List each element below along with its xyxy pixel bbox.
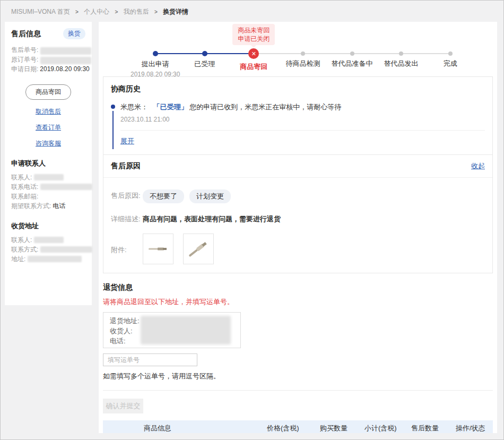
header-aftersales-qty: 售后数量 — [411, 424, 456, 433]
redacted-value — [34, 237, 64, 243]
attachments-row: 附件: — [111, 234, 485, 264]
return-status-button[interactable]: 商品寄回 — [25, 84, 71, 100]
recipient-name-field: 联系人: — [11, 236, 85, 245]
history-entry: 米思米： 「已受理」 您的申请已收到，米思米正在审核中，请耐心等待 2023.1… — [111, 102, 485, 152]
return-address-box: 退货地址: 收货人: 电话: — [103, 312, 241, 348]
exchange-detail-main: 提出申请 2019.08.20 09:30 已受理 商品未寄回 申请已关闭 ✕ … — [99, 22, 497, 433]
aftersales-info-panel: 售后信息 换货 售后单号: 原订单号: 申请日期:2019.08.20 09:3… — [5, 22, 92, 305]
tooltip-line: 商品未寄回 — [238, 26, 270, 34]
redacted-value — [40, 57, 91, 64]
history-status: 「已受理」 — [153, 103, 188, 111]
history-actor: 米思米： — [120, 103, 148, 111]
step-connector — [254, 53, 303, 54]
return-info-title: 退货信息 — [103, 283, 493, 292]
tap-tool-image — [186, 237, 211, 261]
history-timestamp: 2023.10.11 21:00 — [120, 116, 485, 123]
header-product-info: 商品信息 — [103, 424, 267, 433]
redacted-address-block — [141, 316, 231, 344]
timeline-line — [112, 111, 114, 149]
breadcrumb: MISUMI–VONA 首页 > 个人中心 > 我的售后 > 换货详情 — [1, 1, 503, 16]
breadcrumb-current-page: 换货详情 — [163, 8, 188, 15]
redacted-value — [40, 246, 92, 253]
tracking-number-input[interactable] — [103, 353, 197, 366]
tooltip-line: 申请已关闭 — [238, 34, 270, 43]
history-message: 您的申请已收到，米思米正在审核中，请耐心等待 — [189, 103, 341, 111]
table-header-row: 商品信息 价格(含税) 购买数量 小计(含税) 售后数量 操作/状态 — [103, 420, 493, 433]
step-pending-dot-icon — [399, 51, 403, 56]
confirm-submit-button[interactable]: 确认并提交 — [103, 399, 143, 413]
reason-tags-row: 售后原因: 不想要了 计划变更 — [111, 189, 485, 203]
contact-support-link[interactable]: 咨询客服 — [36, 140, 61, 147]
breadcrumb-separator-icon: > — [154, 9, 158, 15]
reason-detail-text: 商品有问题，表面处理有问题，需要进行退货 — [143, 213, 281, 224]
reason-tag: 计划变更 — [189, 189, 231, 203]
history-title: 协商历史 — [111, 84, 485, 94]
breadcrumb-home[interactable]: MISUMI–VONA 首页 — [11, 8, 70, 15]
redacted-value — [34, 174, 64, 180]
step-connector — [352, 53, 402, 54]
breadcrumb-separator-icon: > — [75, 9, 79, 15]
tracking-note: 如需填写多个运单号，请用逗号区隔。 — [103, 372, 493, 381]
breadcrumb-my-aftersales[interactable]: 我的售后 — [124, 8, 149, 15]
tap-tool-image — [146, 237, 170, 261]
contact-name-field: 联系人: — [11, 173, 85, 182]
preferred-contact-field: 期望联系方式:电话 — [11, 202, 85, 211]
panel-title: 售后信息 — [11, 29, 41, 39]
page-window: MISUMI–VONA 首页 > 个人中心 > 我的售后 > 换货详情 售后信息… — [0, 0, 504, 440]
step-done-dot-icon — [153, 51, 158, 56]
header-subtotal: 小计(含税) — [364, 424, 411, 433]
reason-title: 售后原因 — [111, 161, 141, 171]
redacted-value — [40, 47, 91, 55]
view-order-link[interactable]: 查看订单 — [36, 124, 61, 131]
reason-detail-row: 详细描述: 商品有问题，表面处理有问题，需要进行退货 — [111, 213, 485, 224]
step-connector — [303, 53, 352, 54]
attachment-thumbnail-2[interactable] — [183, 234, 214, 264]
shipping-address-section-title: 收货地址 — [11, 221, 85, 231]
divider — [103, 390, 493, 391]
breadcrumb-separator-icon: > — [115, 9, 118, 15]
step-connector — [155, 53, 205, 54]
redacted-value — [28, 256, 82, 262]
timeline-dot-icon — [111, 105, 115, 109]
history-divider — [120, 130, 485, 131]
header-purchase-qty: 购买数量 — [320, 424, 364, 433]
recipient-address-field: 地址: — [11, 255, 85, 264]
aftersales-number-field: 售后单号: — [11, 46, 85, 55]
header-action-status: 操作/状态 — [456, 424, 493, 433]
recipient-phone-field: 联系方式: — [11, 245, 85, 254]
contact-email-field: 联系邮箱: — [11, 192, 85, 201]
step-pending-dot-icon — [448, 51, 453, 56]
step-complete: 完成 — [425, 48, 475, 78]
status-tooltip: 商品未寄回 申请已关闭 — [232, 24, 275, 45]
application-date-field: 申请日期:2019.08.20 09:30 — [11, 65, 85, 74]
negotiation-history-section: 协商历史 米思米： 「已受理」 您的申请已收到，米思米正在审核中，请耐心等待 2… — [103, 77, 492, 154]
redacted-value — [40, 184, 92, 190]
step-done-dot-icon — [202, 51, 207, 56]
return-info-section: 退货信息 请将商品退回至以下地址，并填写运单号。 退货地址: 收货人: 电话: … — [103, 283, 493, 413]
aftersales-reason-section: 售后原因 收起 售后原因: 不想要了 计划变更 详细描述: 商品有问题，表面处理… — [103, 155, 492, 273]
step-connector — [401, 53, 450, 54]
step-connector — [205, 53, 254, 54]
progress-tracker: 提出申请 2019.08.20 09:30 已受理 商品未寄回 申请已关闭 ✕ … — [99, 22, 497, 76]
step-pending-dot-icon — [350, 51, 354, 56]
step-pending-dot-icon — [301, 51, 305, 56]
step-date: 2019.08.20 09:30 — [131, 71, 180, 78]
product-table: 商品信息 价格(含税) 购买数量 小计(含税) 售后数量 操作/状态 — [103, 420, 493, 433]
original-order-number-field: 原订单号: — [11, 55, 85, 64]
history-reason-box: 协商历史 米思米： 「已受理」 您的申请已收到，米思米正在审核中，请耐心等待 2… — [103, 76, 493, 273]
cancel-aftersales-link[interactable]: 取消售后 — [36, 108, 61, 115]
contact-section-title: 申请联系人 — [11, 159, 85, 168]
attachment-thumbnail-1[interactable] — [143, 234, 173, 264]
return-notice: 请将商品退回至以下地址，并填写运单号。 — [103, 297, 493, 307]
header-price: 价格(含税) — [267, 424, 320, 433]
breadcrumb-user-center[interactable]: 个人中心 — [84, 8, 109, 15]
collapse-reason-link[interactable]: 收起 — [471, 161, 485, 171]
expand-history-link[interactable]: 展开 — [120, 136, 134, 146]
exchange-type-badge: 换货 — [63, 28, 85, 39]
contact-phone-field: 联系电话: — [11, 183, 85, 192]
reason-tag: 不想要了 — [143, 189, 184, 203]
